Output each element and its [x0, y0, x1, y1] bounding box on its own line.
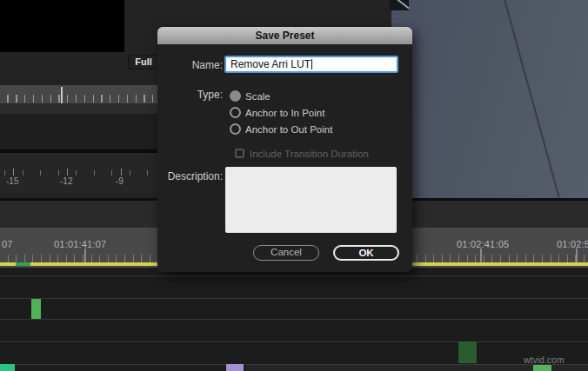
program-monitor-video: [391, 0, 588, 198]
ruler-major-tick: [480, 248, 482, 262]
track-divider: [0, 319, 588, 320]
meter-ticks: [4, 170, 148, 176]
track-divider: [0, 364, 588, 365]
save-preset-dialog: Save Preset Name: Remove Arri LUT Type: …: [157, 27, 412, 272]
checkbox-label: Include Transition Duration: [250, 149, 369, 159]
cancel-button[interactable]: Cancel: [253, 245, 319, 261]
timeline-clip-dark-green[interactable]: [458, 341, 477, 363]
meter-major-tick: [13, 169, 14, 176]
type-label: Type:: [163, 89, 223, 101]
playhead-tick: [61, 87, 63, 103]
timeline-clip-green[interactable]: [31, 299, 41, 319]
meter-db-label: -9: [116, 176, 124, 186]
name-input[interactable]: Remove Arri LUT: [224, 56, 398, 73]
panel-band: [0, 103, 157, 114]
radio-unselected-icon[interactable]: [230, 123, 241, 135]
playback-resolution-button[interactable]: Full: [128, 55, 159, 70]
ruler-major-tick: [576, 248, 578, 262]
timecode-label: 07: [2, 239, 13, 249]
timecode-label: 01:02:41:05: [457, 239, 509, 249]
radio-unselected-icon[interactable]: [230, 107, 241, 118]
source-monitor-video: [0, 0, 124, 52]
radio-option-anchor-in[interactable]: Anchor to In Point: [230, 104, 324, 116]
timeline-clip-purple[interactable]: [226, 364, 244, 371]
ok-button[interactable]: OK: [333, 245, 399, 261]
checkbox-icon-disabled: [235, 149, 244, 158]
radio-selected-icon[interactable]: [230, 90, 241, 102]
effect-controls-ruler[interactable]: [0, 85, 157, 103]
timecode-label: 01:02:5: [557, 239, 588, 249]
track-divider: [0, 275, 588, 276]
radio-option-scale[interactable]: Scale: [230, 88, 271, 100]
name-input-value: Remove Arri LUT: [231, 58, 311, 70]
radio-option-label: Anchor to In Point: [245, 108, 324, 118]
timecode-label: 01:01:41:07: [54, 239, 106, 249]
track-divider: [0, 298, 588, 299]
ruler-major-tick: [84, 248, 86, 262]
radio-option-label: Scale: [245, 91, 271, 102]
radio-option-anchor-out[interactable]: Anchor to Out Point: [230, 121, 332, 133]
timeline-tracks[interactable]: wtvid.com: [0, 268, 588, 371]
premiere-workspace: Full -15 -12 -9 07 01:01:41:07 01:02:41:…: [0, 0, 588, 371]
text-caret: [311, 59, 312, 70]
include-transition-checkbox-row: Include Transition Duration: [235, 145, 369, 156]
track-divider: [0, 341, 588, 342]
video-corner-stroke: [392, 0, 409, 10]
meter-db-label: -15: [6, 176, 18, 186]
audio-meter-panel: -15 -12 -9: [0, 153, 157, 193]
work-area-render-segment: [16, 262, 30, 266]
meter-db-label: -12: [60, 176, 72, 186]
dialog-title[interactable]: Save Preset: [157, 27, 412, 44]
video-corner-detail: [390, 0, 409, 10]
meter-major-tick: [67, 169, 68, 176]
description-textarea[interactable]: [225, 167, 397, 233]
name-label: Name:: [163, 59, 223, 71]
watermark-text: wtvid.com: [524, 354, 565, 365]
meter-major-tick: [121, 169, 122, 176]
ruler-ticks: [0, 95, 157, 103]
timeline-clip-small-green[interactable]: [533, 365, 551, 371]
video-content-edge: [503, 0, 560, 197]
panel-band: [0, 114, 157, 149]
timeline-clip-teal[interactable]: [0, 364, 15, 371]
description-label: Description:: [163, 170, 223, 182]
radio-option-label: Anchor to Out Point: [245, 124, 332, 135]
